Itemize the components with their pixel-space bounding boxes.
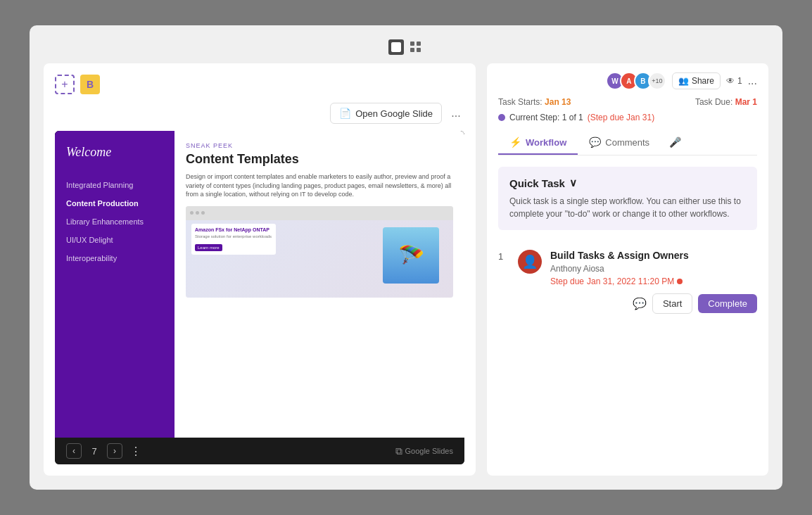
complete-button[interactable]: Complete [698,294,757,313]
open-google-slide-button[interactable]: 📄 Open Google Slide [330,103,442,124]
task-actions: 💬 Start Complete [550,293,757,314]
top-bar [44,39,768,55]
quick-task-header: Quick Task ∨ Quick task is a single step… [498,167,757,230]
slide-brand: ⧉ Google Slides [395,445,454,457]
right-top-bar: W A B +10 👥 Share 👁 1 ... [498,72,757,90]
slides-label: Google Slides [405,447,454,455]
avatar-icon: 👤 [522,254,538,269]
step-indicator [498,114,505,121]
slide-controls: ‹ 7 › ⋮ ⧉ Google Slides [55,438,464,464]
slide-inner-content: Amazon FSx for NetApp ONTAP Storage solu… [191,224,276,255]
task-assignee: Anthony Aiosa [550,264,757,274]
svg-rect-1 [410,42,414,46]
slide-inner-desc: Storage solution for enterprise workload… [195,234,272,240]
task-starts-date: Jan 13 [545,97,571,107]
slide-nav-item-2[interactable]: Library Enhancements [66,217,163,226]
slide-browser-mock: Amazon FSx for NetApp ONTAP Storage solu… [186,206,453,298]
browser-dot-3 [201,211,205,215]
slide-nav-item-1[interactable]: Content Production [66,199,163,208]
share-icon: 👥 [678,76,689,86]
tab-workflow-label: Workflow [526,137,566,148]
browser-dot-1 [190,211,194,215]
slide-toolbar: 📄 Open Google Slide ... [55,103,464,124]
comments-icon: 💬 [589,136,601,148]
workflow-icon: ⚡ [509,136,521,148]
overdue-indicator [677,279,683,284]
slide-description: Design or import content templates and e… [186,172,453,199]
browser-dot-2 [196,211,199,215]
open-slide-label: Open Google Slide [355,108,433,119]
right-panel: W A B +10 👥 Share 👁 1 ... [487,63,768,476]
slides-icon: ⧉ [395,445,402,457]
svg-rect-2 [417,42,421,46]
step-due-label: (Step due Jan 31) [588,113,654,122]
prev-slide-button[interactable]: ‹ [66,443,82,459]
task-due-label: Task Due: [695,97,732,107]
next-slide-button[interactable]: › [107,443,122,459]
share-label: Share [692,76,714,86]
start-button[interactable]: Start [652,293,692,314]
slide-sidebar: Welcome Integrated Planning Content Prod… [55,131,175,438]
svg-rect-0 [391,42,401,52]
slide-sneak-peek: SNEAK PEEK [186,142,453,149]
slide-icon: 📄 [339,108,351,119]
left-toolbar: + B [55,75,464,94]
task-due-date: Mar 1 [735,97,757,107]
share-button[interactable]: 👥 Share [672,72,721,89]
task-comment-icon[interactable]: 💬 [633,297,647,310]
chevron-down-icon: ∨ [569,177,577,189]
slide-content: Welcome Integrated Planning Content Prod… [55,131,464,438]
tab-workflow[interactable]: ⚡ Workflow [498,131,578,155]
slide-image-skydiver: 🪂 [383,227,439,284]
slide-more-options-button[interactable]: ... [448,105,464,122]
tab-comments[interactable]: 💬 Comments [578,131,661,155]
slide-options-button[interactable]: ⋮ [128,443,144,459]
task-item-title: Build Tasks & Assign Owners [550,250,757,261]
tabs: ⚡ Workflow 💬 Comments 🎤 [498,131,757,155]
task-due: Task Due: Mar 1 [695,97,757,107]
svg-rect-4 [417,48,421,52]
current-step-label: Current Step: 1 of 1 [509,113,583,122]
quick-task-title[interactable]: Quick Task ∨ [509,177,746,189]
slide-nav-item-3[interactable]: UI/UX Delight [66,236,163,244]
block-type-icon: B [80,75,100,94]
quick-task-description: Quick task is a single step workflow. Yo… [509,195,746,220]
slide-viewer: Welcome Integrated Planning Content Prod… [55,131,464,464]
task-dates: Task Starts: Jan 13 Task Due: Mar 1 [498,97,757,107]
block-letter: B [87,79,94,90]
view-number: 1 [737,76,742,86]
quick-task-label: Quick Task [509,177,565,189]
slide-page-number: 7 [87,446,101,457]
slide-screenshot: Amazon FSx for NetApp ONTAP Storage solu… [186,206,453,298]
step-info: Current Step: 1 of 1 (Step due Jan 31) [498,113,757,122]
task-avatar: 👤 [518,250,542,274]
main-content: + B 📄 Open Google Slide ... Welcome [44,63,768,476]
task-body: Build Tasks & Assign Owners Anthony Aios… [550,250,757,314]
slide-title: Content Templates [186,152,453,167]
main-container: + B 📄 Open Google Slide ... Welcome [30,25,782,490]
add-block-button[interactable]: + [55,75,75,94]
browser-bar [186,206,453,220]
slide-main-area: SNEAK PEEK Content Templates Design or i… [175,131,464,438]
tab-mic[interactable]: 🎤 [661,131,690,155]
slide-nav-item-4[interactable]: Interoperability [66,254,163,262]
step-due-text: Step due [550,276,584,286]
grid-view-button[interactable] [408,39,424,55]
task-starts: Task Starts: Jan 13 [498,97,571,107]
task-due-info: Step due Jan 31, 2022 11:20 PM [550,276,757,286]
eye-icon: 👁 [726,76,735,86]
slide-cta: Learn more [195,244,222,251]
task-starts-label: Task Starts: [498,97,543,107]
view-toggle [388,39,424,55]
single-view-button[interactable] [388,39,404,55]
task-number: 1 [498,251,509,262]
tab-comments-label: Comments [605,137,649,148]
task-item: 1 👤 Build Tasks & Assign Owners Anthony … [498,241,757,322]
slide-logo: Welcome [66,145,163,160]
more-options-button[interactable]: ... [748,75,757,87]
slide-nav-item-0[interactable]: Integrated Planning [66,181,163,189]
workflow-content: Quick Task ∨ Quick task is a single step… [487,155,768,476]
slide-image-content: Amazon FSx for NetApp ONTAP Storage solu… [186,220,453,298]
mic-icon: 🎤 [669,136,681,148]
avatar-count: +10 [648,72,666,90]
